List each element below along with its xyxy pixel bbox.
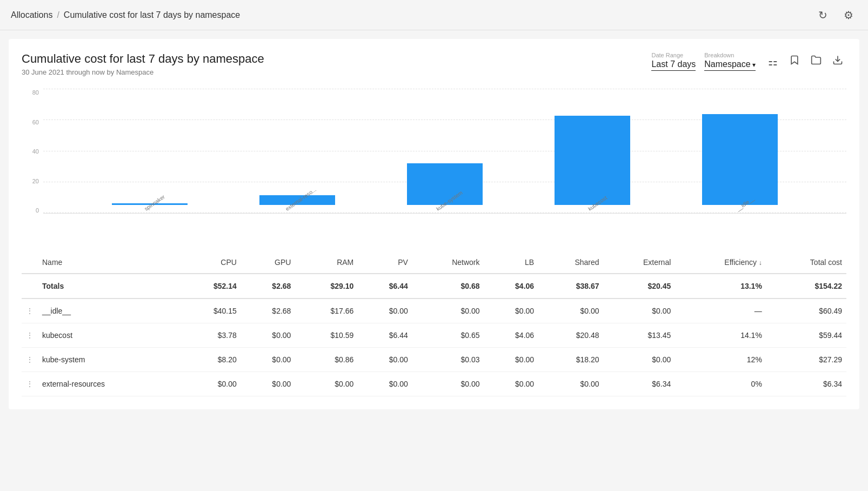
- row-menu-kube-system[interactable]: ⋮: [22, 348, 38, 372]
- table-row: ⋮ kubecost $3.78 $0.00 $10.59 $6.44 $0.6…: [22, 323, 846, 348]
- totals-efficiency-cell: 13.1%: [675, 274, 766, 298]
- row-gpu-external-resources: $0.00: [241, 372, 296, 396]
- bar-kube-system: kube-system: [407, 163, 483, 213]
- col-header-total-cost: Total cost: [766, 251, 846, 274]
- row-lb-kube-system: $0.00: [484, 348, 539, 372]
- row-shared-kubecost: $20.48: [538, 323, 603, 348]
- row-total-idle: $60.49: [766, 298, 846, 323]
- download-button[interactable]: [829, 53, 846, 70]
- row-network-kubecost: $0.65: [412, 323, 484, 348]
- col-header-gpu: GPU: [241, 251, 296, 274]
- totals-ram-cell: $29.10: [295, 274, 358, 298]
- row-shared-kube-system: $18.20: [538, 348, 603, 372]
- col-header-pv: PV: [358, 251, 412, 274]
- row-pv-kube-system: $0.00: [358, 348, 412, 372]
- col-header-efficiency[interactable]: Efficiency ↓: [675, 251, 766, 274]
- row-menu-external-resources[interactable]: ⋮: [22, 372, 38, 396]
- y-label-20: 20: [22, 178, 43, 184]
- bar-idle: __idle__: [702, 114, 778, 213]
- row-total-kube-system: $27.29: [766, 348, 846, 372]
- breakdown-control: Breakdown Namespace: [704, 52, 756, 71]
- y-label-0: 0: [22, 207, 43, 214]
- col-header-external: External: [604, 251, 676, 274]
- row-pv-idle: $0.00: [358, 298, 412, 323]
- filter-button[interactable]: ⚏: [764, 53, 782, 70]
- col-header-ram: RAM: [295, 251, 358, 274]
- totals-external-cell: $20.45: [604, 274, 676, 298]
- row-ram-kubecost: $10.59: [295, 323, 358, 348]
- top-bar-actions: ↻ ⚙: [814, 6, 857, 24]
- table-row: ⋮ kube-system $8.20 $0.00 $0.86 $0.00 $0…: [22, 348, 846, 372]
- page-header: Cumulative cost for last 7 days by names…: [22, 52, 846, 76]
- col-header-name: Name: [38, 251, 178, 274]
- row-ram-kube-system: $0.86: [295, 348, 358, 372]
- totals-shared-cell: $38.67: [538, 274, 603, 298]
- download-icon: [832, 55, 843, 68]
- y-label-80: 80: [22, 89, 43, 96]
- row-cpu-kubecost: $3.78: [178, 323, 241, 348]
- action-icons: ⚏: [764, 53, 846, 70]
- row-external-kubecost: $13.45: [604, 323, 676, 348]
- row-lb-kubecost: $4.06: [484, 323, 539, 348]
- breakdown-value[interactable]: Namespace: [704, 59, 756, 71]
- totals-pv-cell: $6.44: [358, 274, 412, 298]
- bar-kubecost-rect: [555, 116, 630, 205]
- settings-icon: ⚙: [844, 9, 853, 22]
- bars-container: spinnaker external-reso... kube-system k…: [43, 89, 846, 213]
- totals-row: Totals $52.14 $2.68 $29.10 $6.44 $0.68 $…: [22, 274, 846, 298]
- row-efficiency-idle: —: [675, 298, 766, 323]
- row-ram-idle: $17.66: [295, 298, 358, 323]
- row-ram-external-resources: $0.00: [295, 372, 358, 396]
- breadcrumb-separator: /: [57, 10, 59, 20]
- breadcrumb-allocations[interactable]: Allocations: [11, 10, 52, 20]
- table-row: ⋮ external-resources $0.00 $0.00 $0.00 $…: [22, 372, 846, 396]
- settings-button[interactable]: ⚙: [840, 6, 857, 24]
- date-range-label: Date Range: [651, 52, 696, 58]
- totals-cpu-cell: $52.14: [178, 274, 241, 298]
- row-gpu-kube-system: $0.00: [241, 348, 296, 372]
- chart-y-axis: 0 20 40 60 80: [22, 89, 43, 214]
- page-subtitle: 30 June 2021 through now by Namespace: [22, 68, 264, 76]
- main-content: Cumulative cost for last 7 days by names…: [9, 39, 859, 409]
- totals-lb-cell: $4.06: [484, 274, 539, 298]
- row-menu-kubecost[interactable]: ⋮: [22, 323, 38, 348]
- bar-spinnaker: spinnaker: [112, 203, 188, 213]
- bookmark-button[interactable]: [786, 53, 803, 70]
- col-header-network: Network: [412, 251, 484, 274]
- bar-external-resources: external-reso...: [259, 195, 335, 213]
- date-range-value[interactable]: Last 7 days: [651, 59, 696, 71]
- table-header-row: Name CPU GPU RAM PV Network LB Shared Ex…: [22, 251, 846, 274]
- row-network-idle: $0.00: [412, 298, 484, 323]
- refresh-button[interactable]: ↻: [814, 6, 831, 24]
- totals-gpu-cell: $2.68: [241, 274, 296, 298]
- row-efficiency-kube-system: 12%: [675, 348, 766, 372]
- row-name-kube-system: kube-system: [38, 348, 178, 372]
- breakdown-label: Breakdown: [704, 52, 756, 58]
- folder-icon: [811, 55, 822, 68]
- col-header-shared: Shared: [538, 251, 603, 274]
- row-external-kube-system: $0.00: [604, 348, 676, 372]
- page-title: Cumulative cost for last 7 days by names…: [22, 52, 264, 66]
- folder-button[interactable]: [807, 53, 825, 70]
- col-header-lb: LB: [484, 251, 539, 274]
- totals-actions-cell: [22, 274, 38, 298]
- row-gpu-idle: $2.68: [241, 298, 296, 323]
- totals-total-cell: $154.22: [766, 274, 846, 298]
- row-menu-idle[interactable]: ⋮: [22, 298, 38, 323]
- row-cpu-idle: $40.15: [178, 298, 241, 323]
- filter-icon: ⚏: [768, 55, 778, 68]
- efficiency-sort-icon: ↓: [759, 259, 762, 267]
- bookmark-icon: [789, 55, 800, 68]
- refresh-icon: ↻: [818, 9, 827, 22]
- row-network-external-resources: $0.00: [412, 372, 484, 396]
- bar-kube-system-rect: [407, 163, 483, 205]
- row-name-idle: __idle__: [38, 298, 178, 323]
- bar-chart: 0 20 40 60 80 spinnaker external-reso.: [22, 89, 846, 230]
- top-bar: Allocations / Cumulative cost for last 7…: [0, 0, 868, 30]
- row-pv-external-resources: $0.00: [358, 372, 412, 396]
- row-total-external-resources: $6.34: [766, 372, 846, 396]
- header-controls: Date Range Last 7 days Breakdown Namespa…: [651, 52, 846, 71]
- bar-idle-rect: [702, 114, 778, 205]
- col-header-cpu: CPU: [178, 251, 241, 274]
- row-name-external-resources: external-resources: [38, 372, 178, 396]
